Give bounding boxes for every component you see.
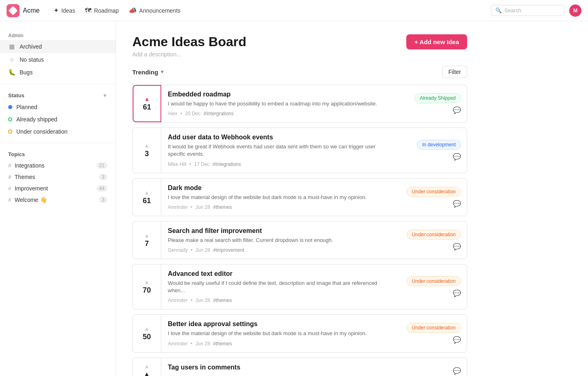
idea-bullet-3: • [191,204,192,210]
idea-actions-6: Under consideration 💬 [397,315,467,352]
hash-icon-integrations: # [8,162,11,169]
page-description[interactable]: Add a description... [132,51,467,58]
idea-title-1[interactable]: Embedded roadmap [168,91,391,98]
shipped-dot-icon [8,117,12,121]
search-icon: 🔍 [495,7,502,13]
vote-up-icon-2[interactable]: ▲ [144,142,150,149]
idea-desc-6: I love the material design of the websit… [168,330,391,337]
status-section-header[interactable]: Status ▼ [0,89,116,101]
brand-name: Acme [23,7,40,14]
vote-col-1: ▲ 61 [133,85,161,122]
idea-tag-2: #Integrations [213,161,241,167]
idea-actions-2: In development 💬 [397,128,467,172]
idea-card-1: ▲ 61 Embedded roadmap I would be happy t… [132,85,467,123]
planned-dot-icon [8,105,12,109]
layout: Admin ▦ Archived ○ No status 🐛 Bugs Stat… [0,21,588,376]
topics-label: Topics [8,151,25,157]
logo[interactable]: Acme [7,4,40,17]
vote-col-7: ▲ ▲ [133,358,161,376]
nav-announcements[interactable]: 📣 Announcements [125,4,185,17]
sidebar-topic-themes[interactable]: # Themes 3 [0,171,116,183]
vote-up-icon-4[interactable]: ▲ [144,232,150,239]
sidebar-topic-integrations[interactable]: # Integrations 21 [0,160,116,171]
topic-themes-label: Themes [15,174,36,180]
idea-desc-5: Would be really useful if I could define… [168,280,391,294]
idea-author-4: Gennady [168,247,188,253]
comment-icon-1[interactable]: 💬 [453,106,461,114]
sidebar-item-archived[interactable]: ▦ Archived [0,40,116,53]
vote-up-icon-1[interactable]: ▲ [144,96,150,102]
page-title-block: Acme Ideas Board [132,34,246,49]
idea-bullet-5: • [191,298,192,303]
search-placeholder: Search [504,7,521,13]
idea-title-7[interactable]: Tag users in comments [168,364,391,371]
idea-title-2[interactable]: Add user data to Webhook events [168,134,391,141]
idea-tag-5: #themes [213,298,232,303]
comment-icon-6[interactable]: 💬 [453,336,461,344]
topics-section-header[interactable]: Topics [0,148,116,160]
sidebar: Admin ▦ Archived ○ No status 🐛 Bugs Stat… [0,21,116,376]
sidebar-status-consideration[interactable]: Under consideration [0,125,116,138]
sidebar-topic-welcome[interactable]: # Welcome 👋 3 [0,194,116,206]
comment-icon-4[interactable]: 💬 [453,243,461,251]
idea-title-5[interactable]: Advanced text editor [168,270,391,278]
comment-icon-3[interactable]: 💬 [453,200,461,208]
consideration-dot-icon [8,130,12,134]
idea-date-1: 20 Dec [185,111,200,116]
vote-count-4: 7 [145,239,149,248]
idea-date-4: Jun 28 [196,247,210,253]
comment-icon-7[interactable]: 💬 [453,367,461,375]
sidebar-no-status-label: No status [20,56,44,63]
sidebar-bugs-label: Bugs [20,69,33,76]
idea-date-2: 17 Dec [194,161,209,167]
hash-icon-improvement: # [8,185,11,192]
nav-roadmap[interactable]: 🗺 Roadmap [81,4,123,17]
sidebar-item-no-status[interactable]: ○ No status [0,53,116,66]
vote-up-icon-6[interactable]: ▲ [144,325,150,332]
status-badge-5: Under consideration [407,276,461,286]
vote-up-icon-5[interactable]: ▲ [144,279,150,285]
avatar[interactable]: M [569,4,581,17]
vote-count-7: ▲ [143,370,151,376]
idea-tag-3: #themes [213,204,232,210]
comment-icon-2[interactable]: 💬 [453,153,461,161]
sort-selector[interactable]: Trending ▼ [132,69,165,76]
idea-title-4[interactable]: Search and filter improvement [168,227,391,235]
add-idea-button[interactable]: + Add new Idea [406,34,467,49]
nav-ideas[interactable]: ✦ Ideas [49,4,79,17]
idea-desc-1: I would be happy to have the possibility… [168,100,391,107]
vote-up-icon-7[interactable]: ▲ [144,363,150,369]
page-title: Acme Ideas Board [132,34,246,49]
idea-desc-3: I love the material design of the websit… [168,194,391,201]
vote-up-icon-3[interactable]: ▲ [144,189,150,196]
sidebar-status-shipped[interactable]: Already shipped [0,113,116,125]
announcements-icon: 📣 [129,7,137,14]
shipped-label: Already shipped [16,116,57,123]
main-content: Acme Ideas Board + Add new Idea Add a de… [116,21,483,376]
status-label: Status [8,92,24,98]
sidebar-status-planned[interactable]: Planned [0,101,116,113]
idea-tag-4: #improvement [213,247,244,253]
admin-label: Admin [0,29,116,40]
vote-col-5: ▲ 70 [133,264,161,309]
sidebar-divider-1 [0,84,116,84]
no-status-icon: ○ [8,56,16,63]
idea-author-3: Amrinder [168,204,188,210]
planned-label: Planned [16,104,37,110]
status-chevron-icon: ▼ [102,93,107,98]
idea-title-6[interactable]: Better idea approval settings [168,320,391,328]
filter-button[interactable]: Filter [442,66,467,78]
idea-title-3[interactable]: Dark mode [168,184,391,192]
search-box[interactable]: 🔍 Search [491,5,564,16]
sidebar-item-bugs[interactable]: 🐛 Bugs [0,66,116,79]
sidebar-topic-improvement[interactable]: # Improvement 44 [0,183,116,194]
idea-body-3: Dark mode I love the material design of … [161,179,397,216]
idea-author-1: Alex [168,111,177,116]
idea-date-5: Jun 28 [196,298,210,303]
comment-icon-5[interactable]: 💬 [453,289,461,297]
idea-actions-4: Under consideration 💬 [397,222,467,259]
idea-bullet-2: • [189,161,191,167]
nav-roadmap-label: Roadmap [94,7,119,14]
idea-bullet-4: • [191,247,192,253]
idea-meta-1: Alex • 20 Dec #Intergrations [168,111,391,116]
